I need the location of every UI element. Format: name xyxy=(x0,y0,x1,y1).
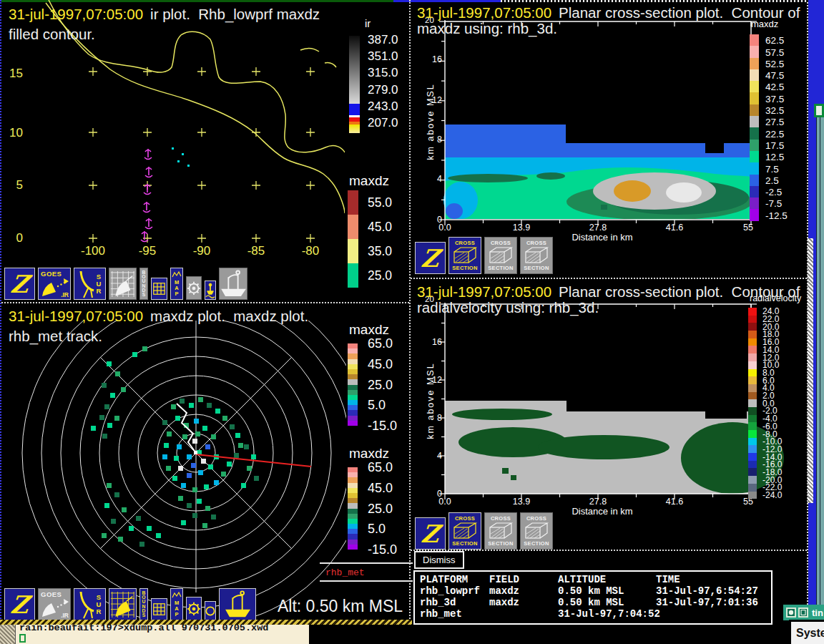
mini-window-body[interactable]: Syste xyxy=(789,620,824,644)
mini-window-titlebar[interactable]: tin xyxy=(783,605,824,620)
colorbar-tick-label: 25.0 xyxy=(368,377,393,392)
goes-ir-button[interactable]: GOES .IR xyxy=(38,588,71,620)
cube-icon xyxy=(524,246,549,265)
cross-section-icon-label: CROSS xyxy=(526,240,546,246)
zebra-button[interactable]: Z xyxy=(4,268,35,300)
colorbar-tick-label: 45.0 xyxy=(368,356,393,371)
grid-radar-button[interactable] xyxy=(109,268,137,300)
platform-status-table: PLATFORMFIELDALTITUDETIMErhb_lowprfmaxdz… xyxy=(413,570,772,625)
tl-timestamp: 31-jul-1997,07:05:00 xyxy=(9,6,143,22)
cross-section-button-3[interactable]: CROSS SECTION xyxy=(520,512,553,550)
terminal-prompt-line: rain:beaufait:197>xdump.all 970731.0705.… xyxy=(19,625,268,633)
zebra-button[interactable]: Z xyxy=(415,517,446,550)
colorbar-swatches xyxy=(348,467,358,550)
br-panel-title-line2: radialvelocity using: rhb_3d. xyxy=(417,299,599,316)
table-header-row: PLATFORMFIELDALTITUDETIME xyxy=(420,574,771,585)
zebra-button[interactable]: Z xyxy=(415,242,446,274)
cross-section-button-3[interactable]: CROSS SECTION xyxy=(520,237,553,274)
gear-icon xyxy=(187,597,201,620)
tick-label: 4 xyxy=(437,451,442,461)
table-header-cell: TIME xyxy=(656,574,771,585)
table-cell: rhb_lowprf xyxy=(420,585,489,597)
map-button[interactable]: MAP xyxy=(170,588,183,620)
colorbar-tick-label: 25.0 xyxy=(368,501,393,516)
colorbar-tick-label: 57.5 xyxy=(765,47,784,57)
colorbar-tick-label: 387.0 xyxy=(368,33,398,47)
terminal-cursor xyxy=(19,634,26,643)
tr-toolbar: ZCROSS SECTIONCROSS SECTIONCROSS SECTION xyxy=(415,237,553,274)
colorbar-tick-label: 45.0 xyxy=(368,220,392,235)
colorbar-tick-label: 2.5 xyxy=(765,175,779,185)
background-window-icon[interactable] xyxy=(814,104,824,117)
subgrid-button[interactable] xyxy=(151,278,167,300)
cross-section-icon-label: CROSS xyxy=(491,515,511,522)
zebra-logo-icon: Z xyxy=(420,521,441,547)
mini-window-text: Syste xyxy=(796,627,824,640)
tr-timestamp: 31-jul-1997,07:05:00 xyxy=(417,4,551,21)
map-icon: MAP xyxy=(171,270,182,297)
map-button[interactable]: MAP xyxy=(170,268,183,300)
tick-label: 4 xyxy=(437,174,442,184)
bl-timestamp: 31-jul-1997,07:05:00 xyxy=(9,308,143,324)
tick-label: 16 xyxy=(432,54,442,64)
colorbar-tick-label: 207.0 xyxy=(368,116,398,130)
circle-button[interactable] xyxy=(205,601,216,620)
subgrid-button[interactable] xyxy=(151,598,167,620)
gear-icon xyxy=(187,277,201,299)
cloud-specks xyxy=(172,147,190,167)
surveillance-button[interactable]: SUR xyxy=(74,268,106,300)
table-header-cell: PLATFORM xyxy=(420,574,489,585)
tick-label: 10 xyxy=(9,126,23,140)
goes-satellite-icon: GOES .IR xyxy=(39,589,70,620)
bounds-button[interactable]: BOUNDS xyxy=(139,588,148,620)
zebra-button[interactable]: Z xyxy=(4,588,35,620)
cube-icon xyxy=(488,246,514,265)
colorbar-tick-label: 315.0 xyxy=(368,66,398,80)
tick-label: -95 xyxy=(139,244,157,258)
colorbar-tick-label: -2.5 xyxy=(765,187,782,197)
tick-label: 13.9 xyxy=(513,223,530,233)
ship-button[interactable] xyxy=(219,268,247,300)
tl-lon-axis: -100-95-90-85-80 xyxy=(1,244,345,260)
bounds-button[interactable]: BOUNDS xyxy=(139,268,148,300)
cross-section-button-1[interactable]: CROSS SECTION xyxy=(448,237,481,274)
colorbar-tick-label: -7.5 xyxy=(765,198,782,209)
cross-section-button-2[interactable]: CROSS SECTION xyxy=(484,512,517,550)
ir-colorbar: ir387.0351.0315.0279.0243.0207.0 xyxy=(349,17,412,29)
terminal-window[interactable]: rain:beaufait:197>xdump.all 970731.0705.… xyxy=(0,625,309,644)
colorbar-tick-label: -12.5 xyxy=(765,210,788,220)
surveillance-button[interactable]: SUR xyxy=(74,588,106,620)
gear-button[interactable] xyxy=(186,276,202,300)
bl-maxdz-colorbar-2: maxdz65.045.025.05.0-15.0 xyxy=(348,446,412,462)
cross-section-button-2[interactable]: CROSS SECTION xyxy=(484,237,517,274)
window-document-icon[interactable] xyxy=(798,608,808,618)
tl-title-text: ir plot. Rhb_lowprf maxdz xyxy=(150,6,320,22)
background-window-edge xyxy=(816,107,824,644)
colorbar-tick-label: 22.5 xyxy=(765,128,784,139)
terminal-window-border xyxy=(0,620,412,625)
surveillance-radar-icon: SUR xyxy=(79,269,102,299)
buoy-button[interactable] xyxy=(205,280,216,300)
colorbar-tick-label: 32.5 xyxy=(765,105,784,116)
dismiss-button[interactable]: Dismiss xyxy=(414,551,464,569)
goes-ir-button[interactable]: GOES .IR xyxy=(38,268,71,300)
ship-button[interactable] xyxy=(219,588,256,620)
tl-panel-title: 31-jul-1997,07:05:00ir plot. Rhb_lowprf … xyxy=(9,6,320,23)
br-x-axis-label: Distance in km xyxy=(545,506,659,517)
panel-separator-left xyxy=(1,302,409,303)
table-header-cell: ALTITUDE xyxy=(558,574,656,585)
window-menu-icon[interactable] xyxy=(786,608,796,618)
tick-label: -85 xyxy=(247,244,265,258)
br-panel-title: 31-jul-1997,07:05:00Planar cross-section… xyxy=(417,283,800,301)
grid-radar-button[interactable] xyxy=(109,588,137,620)
tick-label: 16 xyxy=(432,337,442,347)
map-icon: MAP xyxy=(171,591,182,618)
gear-button[interactable] xyxy=(186,597,202,620)
cross-section-button-1[interactable]: CROSS SECTION xyxy=(448,512,481,550)
table-cell: maxdz xyxy=(489,585,558,597)
tick-label: -90 xyxy=(193,244,211,258)
terminal-scrollbar[interactable] xyxy=(0,625,16,644)
colorbar-tick-label: 55.0 xyxy=(368,195,392,210)
colorbar-tick-label: 12.5 xyxy=(765,152,784,162)
tick-label: 12 xyxy=(432,375,442,385)
